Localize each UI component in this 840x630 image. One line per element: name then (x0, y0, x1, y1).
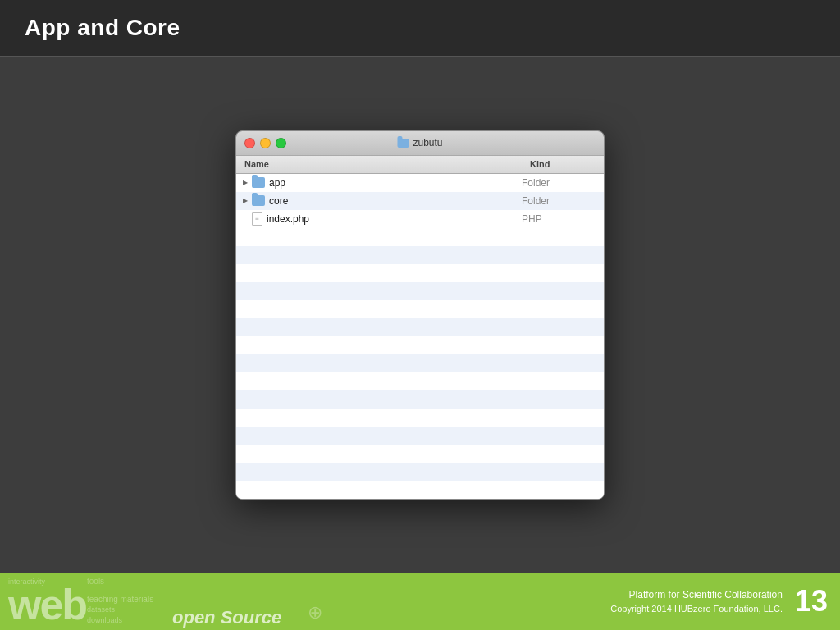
minimize-button[interactable] (260, 138, 271, 148)
kind-column-header: Kind (522, 159, 604, 169)
expand-arrow-icon[interactable] (240, 196, 250, 206)
file-name: index.php (267, 213, 522, 225)
table-row[interactable]: app Folder (236, 174, 604, 192)
page-number: 13 (795, 587, 828, 616)
file-kind: Folder (522, 177, 604, 189)
footer-downloads: downloads (87, 615, 122, 626)
header: App and Core (0, 0, 840, 57)
name-column-header: Name (236, 159, 522, 169)
footer-right: Platform for Scientific Collaboration Co… (610, 587, 828, 616)
file-name: app (269, 177, 522, 189)
row-content: app (240, 174, 522, 192)
table-row[interactable]: index.php PHP (236, 210, 604, 228)
empty-rows (236, 228, 604, 499)
finder-window: zubutu Name Kind app Folder (235, 130, 605, 500)
footer-left: web interactivity teaching materials too… (8, 573, 336, 630)
column-headers: Name Kind (236, 156, 604, 174)
window-title-text: zubutu (413, 137, 442, 148)
file-kind: Folder (522, 195, 604, 207)
footer: web interactivity teaching materials too… (0, 573, 840, 630)
copyright-text: Copyright 2014 HUBzero Foundation, LLC. (610, 602, 783, 616)
folder-icon (252, 195, 265, 206)
folder-icon (252, 177, 265, 188)
footer-info: Platform for Scientific Collaboration Co… (610, 587, 783, 616)
file-name: core (269, 195, 522, 207)
finder-titlebar: zubutu (236, 131, 604, 156)
footer-open-source: open Source (172, 607, 281, 628)
traffic-lights (244, 138, 286, 148)
main-content: zubutu Name Kind app Folder (0, 57, 840, 573)
table-row[interactable]: core Folder (236, 192, 604, 210)
footer-tools: tools (87, 576, 104, 587)
platform-text: Platform for Scientific Collaboration (610, 587, 783, 602)
window-title: zubutu (397, 137, 442, 148)
footer-datasets: datasets (87, 605, 115, 615)
folder-icon (397, 139, 409, 148)
footer-web-text: web (8, 583, 86, 626)
maximize-button[interactable] (276, 138, 286, 148)
expand-arrow-icon[interactable] (240, 178, 250, 188)
row-content: index.php (240, 210, 522, 228)
footer-interactivity: interactivity (8, 577, 45, 587)
globe-icon: ⊕ (308, 602, 322, 623)
page-title: App and Core (25, 15, 180, 41)
close-button[interactable] (244, 138, 255, 148)
file-kind: PHP (522, 213, 604, 225)
php-file-icon (252, 212, 262, 226)
file-list: app Folder core Folder index.php (236, 174, 604, 499)
row-content: core (240, 192, 522, 210)
footer-curriculum: teaching materials (87, 594, 153, 605)
